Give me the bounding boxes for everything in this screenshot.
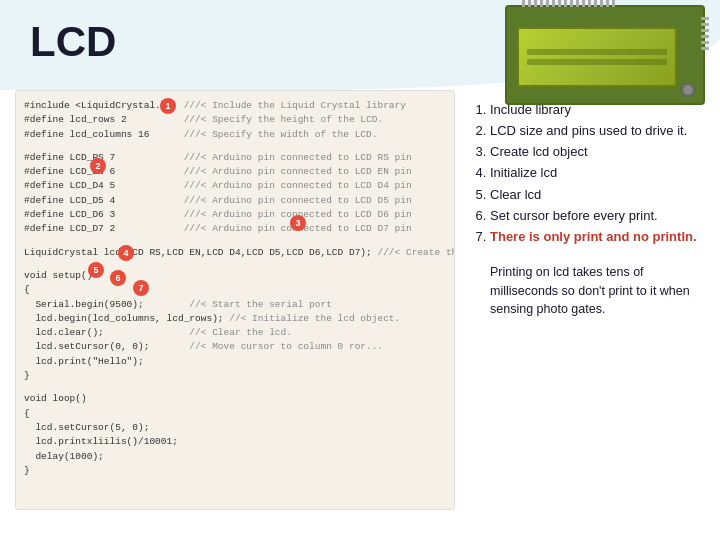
list-item-7: There is only print and no println.: [490, 227, 700, 247]
code-area: #include <LiquidCrystal.h> ///< Include …: [15, 90, 455, 510]
code-line-15: lcd.clear(); //< Clear the lcd.: [24, 326, 446, 339]
code-line-7: #define LCD_D5 4 ///< Arduino pin connec…: [24, 194, 446, 207]
badge-4: 4: [118, 245, 134, 261]
code-line-1: #include <LiquidCrystal.h> ///< Include …: [24, 99, 446, 112]
code-line-16: lcd.setCursor(0, 0); //< Move cursor to …: [24, 340, 446, 353]
lcd-screen: [517, 27, 677, 87]
code-line-24: }: [24, 464, 446, 477]
badge-7: 7: [133, 280, 149, 296]
code-line-6: #define LCD_D4 5 ///< Arduino pin connec…: [24, 179, 446, 192]
badge-3: 3: [290, 215, 306, 231]
code-line-8: #define LCD_D6 3 ///< Arduino pin connec…: [24, 208, 446, 221]
code-line-21: lcd.setCursor(5, 0);: [24, 421, 446, 434]
info-list: Include library LCD size and pins used t…: [490, 100, 700, 247]
code-line-14: lcd.begin(lcd_columns, lcd_rows); //< In…: [24, 312, 446, 325]
code-line-17: lcd.print("Hello");: [24, 355, 446, 368]
lcd-pins-top: [522, 0, 615, 7]
badge-6: 6: [110, 270, 126, 286]
code-line-13: Serial.begin(9500); //< Start the serial…: [24, 298, 446, 311]
list-item-5: Clear lcd: [490, 185, 700, 205]
badge-2: 2: [90, 158, 106, 174]
code-blank-3: [24, 260, 446, 268]
code-line-4: #define LCD_RS 7 ///< Arduino pin connec…: [24, 151, 446, 164]
code-line-19: void loop(): [24, 392, 446, 405]
badge-1: 1: [160, 98, 176, 114]
code-line-23: delay(1000);: [24, 450, 446, 463]
list-item-6: Set cursor before every print.: [490, 206, 700, 226]
page-title: LCD: [30, 18, 116, 66]
lcd-pins-right: [701, 17, 709, 50]
badge-5: 5: [88, 262, 104, 278]
note-text: Printing on lcd takes tens of millisecon…: [490, 263, 700, 319]
code-line-3: #define lcd_columns 16 ///< Specify the …: [24, 128, 446, 141]
code-line-22: lcd.printxliilis()/10001;: [24, 435, 446, 448]
code-blank-4: [24, 383, 446, 391]
code-blank-2: [24, 237, 446, 245]
list-item-1: Include library: [490, 100, 700, 120]
list-item-4: Initialize lcd: [490, 163, 700, 183]
code-line-5: #define LCD_EN 6 ///< Arduino pin connec…: [24, 165, 446, 178]
code-line-2: #define lcd_rows 2 ///< Specify the heig…: [24, 113, 446, 126]
code-line-12: {: [24, 283, 446, 296]
code-line-9: #define LCD_D7 2 ///< Arduino pin connec…: [24, 222, 446, 235]
code-line-20: {: [24, 407, 446, 420]
code-line-18: }: [24, 369, 446, 382]
list-item-2: LCD size and pins used to drive it.: [490, 121, 700, 141]
lcd-potentiometer: [681, 83, 695, 97]
lcd-image: [505, 5, 705, 105]
code-blank-1: [24, 142, 446, 150]
right-panel: Include library LCD size and pins used t…: [490, 100, 700, 319]
list-item-3: Create lcd object: [490, 142, 700, 162]
code-line-10: LiquidCrystal lcd(LCD RS,LCD EN,LCD D4,L…: [24, 246, 446, 259]
